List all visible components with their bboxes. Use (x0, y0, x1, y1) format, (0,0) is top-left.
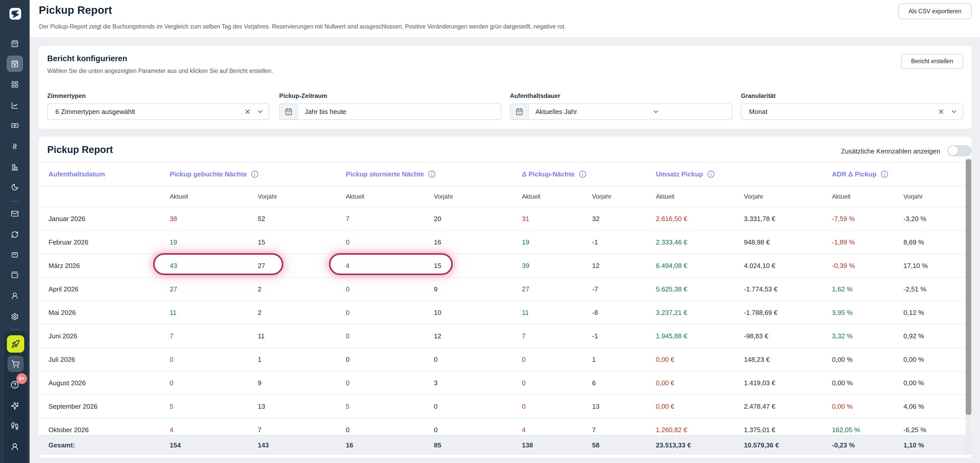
row-cell: 12 (586, 262, 649, 270)
row-cell: -7 (586, 285, 649, 293)
row-cell: 15 (251, 238, 339, 246)
create-report-button[interactable]: Bericht erstellen (901, 54, 963, 69)
row-cell: 0 (428, 426, 515, 434)
sidebar-item-payments[interactable] (6, 117, 23, 133)
sidebar-item-cart[interactable] (7, 356, 24, 372)
clear-icon[interactable] (244, 108, 251, 115)
calendar-icon (285, 108, 293, 116)
row-cell: 3.237,21 € (649, 309, 738, 317)
subheader-vorjahr: Vorjahr (897, 193, 972, 200)
report-card-title: Pickup Report (47, 144, 113, 155)
sidebar-item-analytics[interactable] (6, 97, 23, 114)
sidebar-item-shop[interactable] (6, 247, 23, 263)
calendar-icon (515, 108, 523, 116)
sidebar-item-wallet[interactable] (6, 267, 23, 283)
mail-icon (11, 210, 19, 217)
input-value: Monat (741, 108, 767, 116)
buildings-icon (11, 163, 19, 171)
row-cell: 11 (251, 332, 339, 340)
row-month: Juli 2026 (39, 356, 163, 363)
chevron-down-icon[interactable] (652, 108, 659, 115)
row-cell: 19 (163, 238, 251, 246)
column-group-1: Aufenthaltsdatum (39, 170, 163, 178)
total-cell: -0,23 % (826, 441, 897, 449)
sidebar-item-guests[interactable] (6, 288, 23, 304)
row-cell: 16 (428, 238, 515, 246)
info-icon[interactable] (428, 170, 436, 178)
sidebar-item-night-mode[interactable] (6, 179, 23, 195)
sidebar-item-preferences[interactable] (6, 138, 23, 154)
row-cell: -1.788,69 € (738, 309, 826, 317)
total-cell: 154 (163, 441, 251, 449)
sidebar-item-account[interactable] (6, 439, 23, 455)
row-cell: 4,06 % (897, 403, 972, 411)
row-cell: 19 (515, 238, 586, 246)
moon-icon (11, 183, 19, 191)
column-group-3[interactable]: Pickup stornierte Nächte (339, 170, 515, 178)
sidebar-item-calendar[interactable] (6, 35, 23, 52)
info-icon[interactable] (251, 170, 259, 178)
column-group-6[interactable]: ADR Δ Pickup (826, 170, 972, 178)
sidebar-item-properties[interactable] (6, 159, 23, 175)
info-icon[interactable] (881, 170, 888, 178)
table-row: April 20262720927-75.625,38 €-1.774,53 €… (39, 277, 972, 301)
sidebar-item-onboarding[interactable] (6, 418, 23, 434)
shopping-cart-icon (11, 360, 20, 368)
pickup-report-table: AufenthaltsdatumPickup gebuchte NächtePi… (39, 162, 972, 442)
row-cell: 17,10 % (897, 262, 972, 270)
clear-icon[interactable] (938, 108, 945, 115)
subheader-aktuell: Aktuell (339, 193, 428, 200)
row-cell: 2.333,46 € (649, 238, 738, 246)
row-cell: 0,92 % (897, 332, 972, 340)
row-cell: 948,98 € (738, 238, 826, 246)
row-cell: 7 (251, 426, 339, 434)
app-logo[interactable] (10, 8, 21, 20)
row-cell: 0 (515, 379, 586, 387)
row-cell: 4.024,10 € (738, 262, 826, 270)
info-icon[interactable] (579, 170, 587, 178)
column-group-5[interactable]: Umsatz Pickup (649, 170, 826, 178)
total-cell: 16 (339, 441, 428, 449)
chevron-down-icon[interactable] (257, 108, 264, 115)
info-icon[interactable] (707, 170, 715, 178)
column-group-4[interactable]: Δ Pickup-Nächte (515, 170, 649, 178)
sidebar-item-magic[interactable] (6, 398, 23, 414)
row-cell: 0 (339, 309, 428, 317)
sidebar-item-settings[interactable] (6, 309, 23, 325)
input-zimmertypen[interactable]: 6 Zimmertypen ausgewählt (47, 103, 269, 120)
input-aufenthaltsdauer[interactable]: Aktuelles Jahr (510, 103, 732, 120)
sliders-icon (11, 143, 19, 150)
sidebar-item-pickup-report[interactable] (6, 55, 23, 72)
row-cell: 31 (515, 215, 586, 223)
column-group-2[interactable]: Pickup gebuchte Nächte (163, 170, 339, 178)
export-csv-button[interactable]: Als CSV exportieren (898, 3, 972, 19)
row-month: September 2026 (39, 403, 163, 411)
row-cell: 3 (428, 379, 515, 387)
table-row: Juni 20267110127-11.945,88 €-98,83 €3,32… (39, 325, 972, 348)
row-cell: -1,89 % (826, 238, 897, 246)
sidebar-item-apps[interactable] (6, 76, 23, 92)
row-cell: 13 (586, 403, 649, 411)
additional-metrics-toggle[interactable] (947, 145, 972, 156)
sidebar-item-launch[interactable] (7, 335, 24, 353)
table-scrollbar-thumb[interactable] (966, 159, 971, 415)
table-group-header-row: AufenthaltsdatumPickup gebuchte NächtePi… (39, 162, 972, 186)
row-cell: -98,83 € (738, 332, 826, 340)
table-row: Mai 202611201011-83.237,21 €-1.788,69 €3… (39, 301, 972, 325)
calendar-arrow-left-icon (11, 60, 19, 68)
subheader-aktuell: Aktuell (826, 193, 897, 200)
input-granularit-t[interactable]: Monat (741, 103, 963, 120)
row-cell: 0 (339, 426, 428, 434)
chevron-down-icon[interactable] (950, 108, 958, 115)
row-month: Januar 2026 (39, 215, 163, 223)
column-group-label: Umsatz Pickup (656, 170, 703, 178)
row-month: Juni 2026 (39, 332, 163, 340)
input-pickup-zeitraum[interactable]: Jahr bis heute (279, 103, 501, 120)
sidebar-item-sync[interactable] (6, 227, 23, 243)
row-cell: 7 (163, 332, 251, 340)
field-label-4: Granularität (741, 92, 776, 100)
row-cell: 0 (339, 238, 428, 246)
row-cell: -1 (586, 238, 649, 246)
sidebar-item-mail[interactable] (6, 206, 23, 222)
subheader-aktuell: Aktuell (515, 193, 586, 200)
